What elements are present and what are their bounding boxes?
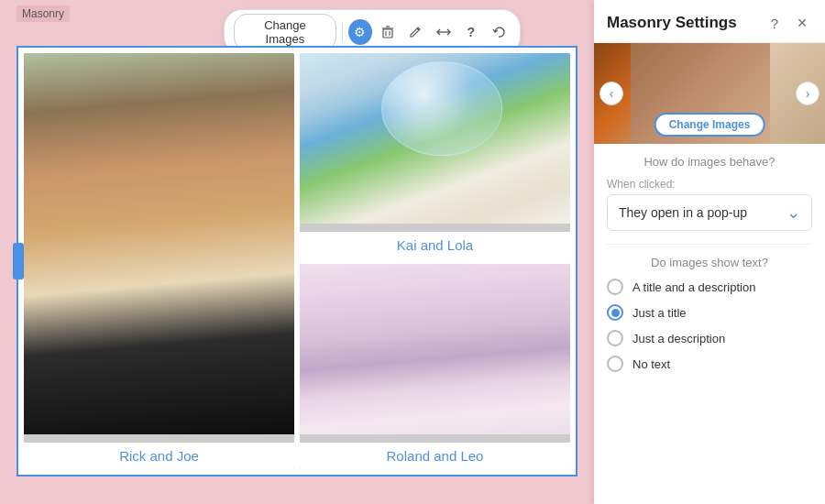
preview-prev-button[interactable]: ‹	[600, 82, 623, 105]
radio-circle-just-title	[607, 304, 623, 321]
panel-close-button[interactable]: ×	[792, 13, 812, 33]
radio-label-no-text: No text	[632, 357, 670, 371]
cell-kai-lola[interactable]: Kai and Lola	[300, 53, 570, 258]
resize-tool-button[interactable]	[431, 19, 455, 45]
toolbar-divider	[342, 23, 343, 41]
dropdown-arrow-icon: ⌄	[786, 203, 800, 223]
panel-header-icons: ? ×	[764, 13, 812, 33]
change-images-button[interactable]: Change Images	[234, 14, 336, 50]
how-images-behave-label: How do images behave?	[607, 155, 812, 169]
settings-panel: Masonry Settings ? × ‹ › Change Images H…	[594, 0, 825, 504]
radio-just-desc[interactable]: Just a description	[607, 330, 812, 346]
do-images-show-text-label: Do images show text?	[607, 256, 812, 269]
section-divider	[607, 244, 812, 245]
when-clicked-value: They open in a pop-up	[619, 205, 747, 220]
radio-label-just-desc: Just a description	[632, 332, 725, 345]
kai-lola-caption: Kai and Lola	[300, 232, 570, 258]
canvas-area: Masonry Change Images ⚙	[0, 0, 594, 504]
radio-group: A title and a description Just a title J…	[607, 279, 812, 372]
preview-strip: ‹ › Change Images	[594, 43, 825, 144]
change-images-panel-button[interactable]: Change Images	[654, 113, 765, 137]
undo-tool-button[interactable]	[487, 19, 511, 45]
masonry-grid: Rick and Joe Kai and Lola Roland and Leo	[16, 46, 578, 477]
panel-help-button[interactable]: ?	[764, 13, 785, 33]
help-tool-button[interactable]: ?	[459, 19, 483, 45]
svg-rect-0	[383, 29, 392, 38]
trash-tool-button[interactable]	[376, 19, 400, 45]
preview-next-button[interactable]: ›	[796, 82, 820, 105]
radio-label-just-title: Just a title	[632, 306, 687, 320]
radio-circle-title-desc	[607, 279, 623, 295]
masonry-label: Masonry	[16, 5, 70, 22]
panel-header: Masonry Settings ? ×	[594, 0, 825, 43]
when-clicked-label: When clicked:	[607, 178, 812, 191]
roland-leo-caption: Roland and Leo	[300, 443, 570, 469]
radio-label-title-desc: A title and a description	[632, 280, 755, 294]
panel-content: How do images behave? When clicked: They…	[594, 144, 825, 504]
settings-tool-button[interactable]: ⚙	[348, 19, 372, 45]
selection-handle[interactable]	[13, 243, 24, 279]
when-clicked-dropdown[interactable]: They open in a pop-up ⌄	[607, 194, 812, 231]
pencil-tool-button[interactable]	[403, 19, 427, 45]
panel-title: Masonry Settings	[607, 14, 737, 32]
radio-just-title[interactable]: Just a title	[607, 304, 812, 321]
radio-circle-no-text	[607, 356, 623, 372]
cell-roland-leo[interactable]: Roland and Leo	[300, 264, 570, 469]
radio-circle-just-desc	[607, 330, 623, 346]
radio-title-desc[interactable]: A title and a description	[607, 279, 812, 295]
cell-rick-joe[interactable]: Rick and Joe	[24, 53, 294, 469]
radio-no-text[interactable]: No text	[607, 356, 812, 372]
rick-joe-caption: Rick and Joe	[24, 443, 294, 469]
